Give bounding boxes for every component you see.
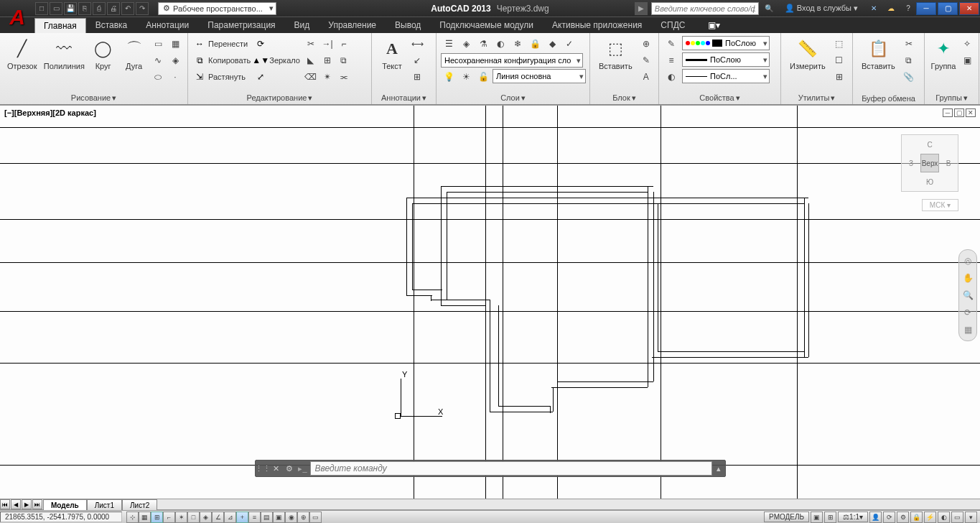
tab-last-icon[interactable]: ⏭ (32, 499, 42, 509)
lf-icon[interactable]: ❄ (510, 36, 526, 52)
edit-block-icon[interactable]: ✎ (638, 52, 654, 68)
line-button[interactable]: ╱Отрезок (4, 36, 39, 72)
qat-redo-icon[interactable]: ↷ (136, 2, 149, 15)
cut-icon[interactable]: ✂ (901, 36, 917, 52)
cloud-icon[interactable]: ☁ (885, 2, 897, 15)
coords-readout[interactable]: 21865.3515, -2541.7975, 0.0000 (0, 512, 122, 522)
lo-icon[interactable]: 🔒 (527, 36, 543, 52)
layerprop-icon[interactable]: ☰ (441, 36, 457, 52)
layerconfig-dropdown[interactable]: Несохраненная конфигурация сло (441, 53, 583, 68)
grouplist-icon[interactable]: ☰ (976, 52, 980, 68)
sb-lock-icon[interactable]: 🔒 (910, 512, 923, 523)
viewcube[interactable]: С ЗВерхВ Ю (901, 134, 958, 192)
tab-next-icon[interactable]: ▶ (22, 499, 32, 509)
layeriso-icon[interactable]: ◐ (493, 36, 508, 52)
sb-ducs-icon[interactable]: ⊿ (224, 512, 236, 523)
measure-button[interactable]: 📏Измерить (785, 36, 830, 72)
tab-parametric[interactable]: Параметризация (198, 17, 284, 33)
app-logo[interactable]: A (3, 3, 32, 32)
sb-tray-icon[interactable]: ▾ (965, 512, 977, 523)
fillet-icon[interactable]: ⌐ (336, 36, 352, 52)
search-play-icon[interactable]: ▶ (635, 2, 648, 15)
sb-clean-icon[interactable]: ▭ (951, 512, 963, 523)
spline-icon[interactable]: ∿ (150, 52, 166, 68)
arc-button[interactable]: ⌒Дуга (119, 36, 149, 72)
sb-ws-icon[interactable]: ⚙ (897, 512, 909, 523)
search-input[interactable] (651, 2, 759, 15)
nav-show-icon[interactable]: ▦ (961, 323, 974, 336)
nav-wheel-icon[interactable]: ◎ (961, 254, 974, 267)
dim-icon[interactable]: ⟷ (409, 36, 425, 52)
qat-saveas-icon[interactable]: ⎘ (78, 2, 91, 15)
groupedit-icon[interactable]: ✎ (976, 36, 980, 52)
sb-dyn-icon[interactable]: + (236, 512, 248, 523)
sb-infer-icon[interactable]: ⊹ (126, 512, 139, 523)
sb-otrack-icon[interactable]: ∠ (212, 512, 224, 523)
tab-annotate[interactable]: Аннотации (136, 17, 198, 33)
qat-plot-icon[interactable]: ⎙ (93, 2, 106, 15)
trim-icon[interactable]: ✂ (303, 36, 319, 52)
leader-icon[interactable]: ↙ (409, 52, 425, 68)
layerstate-icon[interactable]: ⚗ (475, 36, 491, 52)
calc-icon[interactable]: ⊞ (831, 69, 847, 85)
tab-menu-icon[interactable]: ▣▾ (694, 17, 729, 33)
sb-model-icon[interactable]: ▭ (309, 512, 322, 523)
transparency-icon[interactable]: ◐ (663, 69, 679, 85)
matchprop-icon[interactable]: ✎ (663, 36, 679, 52)
layerlock2-icon[interactable]: 🔓 (475, 69, 491, 85)
polyline-button[interactable]: 〰Полилиния (41, 36, 87, 72)
stretch-button[interactable]: ⇲Растянуть (192, 69, 252, 85)
tab-prev-icon[interactable]: ◀ (11, 499, 21, 509)
tab-model[interactable]: Модель (43, 499, 87, 510)
explode-icon[interactable]: ✴ (319, 69, 335, 85)
sb-annovis-icon[interactable]: 👤 (869, 512, 882, 523)
pasteclip-icon[interactable]: 📎 (901, 69, 917, 85)
array-icon[interactable]: ⊞ (319, 52, 335, 68)
signin-link[interactable]: 👤 Вход в службы ▾ (779, 4, 864, 13)
sb-annoauto-icon[interactable]: ⟳ (883, 512, 895, 523)
tab-insert[interactable]: Вставка (86, 17, 137, 33)
exchange-icon[interactable]: ✕ (867, 2, 880, 15)
tab-layout1[interactable]: Лист1 (87, 499, 122, 510)
nav-pan-icon[interactable]: ✋ (961, 272, 974, 284)
drawing-viewport[interactable]: [−][Верхняя][2D каркас] ─ ▢ ✕ Y X (0, 105, 980, 499)
sb-polar-icon[interactable]: ✶ (175, 512, 187, 523)
sb-grid-icon[interactable]: ⊞ (151, 512, 163, 523)
sb-snap-icon[interactable]: ▦ (139, 512, 151, 523)
maximize-button[interactable]: ▢ (938, 2, 958, 15)
sb-annoscale[interactable]: ⚖ 1:1▾ (838, 512, 868, 522)
color-dropdown[interactable]: ПоСлою (682, 36, 770, 50)
tab-view[interactable]: Вид (285, 17, 319, 33)
layerfreeze2-icon[interactable]: ☀ (458, 69, 474, 85)
text-button[interactable]: AТекст (376, 36, 408, 72)
vp-max-icon[interactable]: ▢ (954, 108, 964, 117)
help-icon[interactable]: ? (902, 2, 915, 15)
close-button[interactable]: ✕ (959, 2, 979, 15)
scale-button[interactable]: ⤢ (253, 69, 302, 85)
sb-tpy-icon[interactable]: ▤ (261, 512, 273, 523)
tab-manage[interactable]: Управление (319, 17, 386, 33)
mirror-button[interactable]: ▲▼Зеркало (253, 52, 302, 68)
sb-am-icon[interactable]: ⊕ (297, 512, 309, 523)
selall-icon[interactable]: ☐ (831, 52, 847, 68)
linetype2-dropdown[interactable]: ПоСл... (682, 69, 770, 83)
tab-first-icon[interactable]: ⏮ (0, 499, 10, 509)
minimize-button[interactable]: ─ (916, 2, 936, 15)
sb-model-chip[interactable]: РМОДЕЛЬ (764, 512, 809, 522)
sb-3dosnap-icon[interactable]: ◈ (200, 512, 212, 523)
ellipse-icon[interactable]: ⬭ (150, 69, 166, 85)
ucs-badge[interactable]: МСК ▾ (922, 199, 958, 211)
join-icon[interactable]: ⫘ (336, 69, 352, 85)
rect-icon[interactable]: ▭ (150, 36, 166, 52)
sb-sc-icon[interactable]: ◉ (285, 512, 297, 523)
nav-orbit-icon[interactable]: ⟳ (961, 306, 974, 319)
create-block-icon[interactable]: ⊕ (638, 36, 654, 52)
tab-spds[interactable]: СПДС (651, 17, 694, 33)
cmdline-close-icon[interactable]: ✕ (270, 464, 283, 473)
copy2-icon[interactable]: ⧉ (901, 52, 917, 68)
hatch-icon[interactable]: ▦ (167, 36, 183, 52)
ungroup-icon[interactable]: ✧ (959, 36, 975, 52)
qat-undo-icon[interactable]: ↶ (121, 2, 134, 15)
erase-icon[interactable]: ⌫ (303, 69, 319, 85)
cmdline-grip-icon[interactable]: ⋮⋮ (256, 464, 270, 473)
